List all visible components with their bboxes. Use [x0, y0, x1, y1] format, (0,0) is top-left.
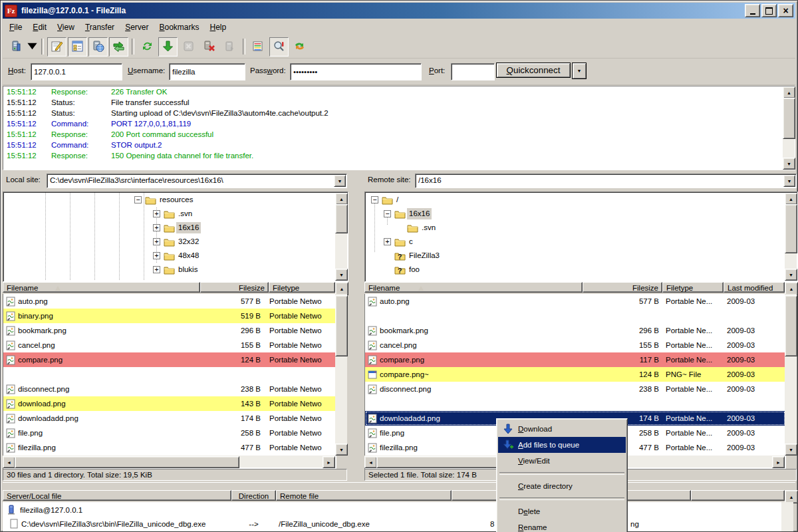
file-row[interactable]: download.png143 BPortable Netwo	[3, 396, 336, 411]
local-list-hscrollbar[interactable]: ◄ ►	[3, 456, 335, 467]
process-queue-button[interactable]	[158, 37, 178, 57]
file-row[interactable]	[365, 309, 785, 323]
scroll-up-icon[interactable]: ▲	[785, 282, 798, 295]
tree-node[interactable]: foo	[407, 264, 422, 275]
tree-node[interactable]: 16x16	[407, 208, 432, 219]
file-row[interactable]: compare.png124 BPortable Netwo	[3, 352, 336, 367]
tree-node[interactable]: 48x48	[176, 250, 201, 261]
file-row[interactable]: bookmark.png296 BPortable Ne...2009-03	[365, 323, 785, 338]
tree-node[interactable]: blukis	[176, 264, 200, 275]
site-manager-button[interactable]	[6, 37, 25, 57]
tree-expander[interactable]: −	[384, 210, 391, 217]
file-row[interactable]: downloadadd.png174 BPortable Netwo	[3, 411, 336, 426]
menu-view[interactable]: View	[52, 21, 80, 33]
tree-node[interactable]: resources	[158, 194, 196, 205]
remote-list-scrollbar[interactable]: ▼	[785, 294, 797, 456]
menu-edit[interactable]: Edit	[27, 21, 52, 33]
tree-expander[interactable]: +	[153, 252, 160, 259]
file-row[interactable]: cancel.png155 BPortable Netwo	[3, 338, 336, 352]
transfer-queue-button[interactable]	[109, 37, 128, 57]
tree-node[interactable]: 16x16	[176, 222, 201, 233]
tree-expander[interactable]: +	[153, 224, 160, 231]
scroll-down-icon[interactable]: ▼	[335, 269, 348, 281]
column-header-filename[interactable]: Filename	[3, 282, 200, 293]
disconnect-button[interactable]	[200, 37, 219, 57]
port-input[interactable]	[451, 63, 495, 80]
context-menu-item-create-directory[interactable]: Create directory	[498, 478, 626, 494]
scroll-left-icon[interactable]: ◄	[3, 456, 15, 468]
context-menu-item-add-files-to-queue[interactable]: Add files to queue	[498, 437, 626, 453]
menu-server[interactable]: Server	[120, 21, 154, 33]
quickconnect-dropdown-button[interactable]: ▼	[572, 63, 587, 79]
directory-filter-button[interactable]	[249, 37, 268, 57]
tree-node[interactable]: .svn	[176, 208, 194, 219]
refresh-button[interactable]	[138, 37, 157, 57]
local-list-scrollbar-thumb[interactable]	[335, 295, 348, 356]
file-row[interactable]: filezilla.png477 BPortable Netwo	[3, 440, 336, 455]
scroll-left-icon[interactable]: ◄	[364, 456, 377, 468]
column-header-server-local-file[interactable]: Server/Local file	[3, 490, 231, 501]
menu-transfer[interactable]: Transfer	[80, 21, 120, 33]
minimize-button[interactable]	[745, 4, 760, 17]
queue-file-row[interactable]: C:\dev\svn\FileZilla3\src\bin\FileZilla_…	[3, 517, 767, 531]
tree-expander[interactable]: +	[153, 266, 160, 273]
maximize-button[interactable]	[761, 4, 777, 17]
local-site-combo[interactable]: C:\dev\svn\FileZilla3\src\interface\reso…	[47, 174, 347, 188]
context-menu-item-download[interactable]: Download	[498, 421, 626, 437]
dropdown-arrow-button[interactable]	[27, 37, 38, 57]
file-row[interactable]: bookmark.png296 BPortable Netwo	[3, 323, 336, 338]
column-header-filesize[interactable]: Filesize	[200, 282, 269, 293]
scroll-right-icon[interactable]: ►	[772, 456, 785, 468]
scroll-up-icon[interactable]: ▲	[785, 490, 798, 503]
close-button[interactable]: ×	[778, 4, 793, 17]
column-header-filename[interactable]: Filename	[364, 282, 583, 293]
menu-bookmarks[interactable]: Bookmarks	[154, 21, 204, 33]
chevron-down-icon[interactable]: ▼	[783, 175, 795, 187]
tree-node[interactable]: c	[407, 236, 415, 247]
quickconnect-button[interactable]: Quickconnect	[496, 63, 571, 78]
log-scrollbar[interactable]: ▲ ▼	[783, 86, 795, 170]
reconnect-button[interactable]	[220, 37, 239, 57]
file-row[interactable]: auto.png577 BPortable Netwo	[3, 294, 336, 309]
column-header-remote-file[interactable]: Remote file	[276, 490, 452, 501]
queue-scrollbar[interactable]	[781, 502, 793, 531]
message-log-button[interactable]	[47, 37, 66, 57]
scroll-up-icon[interactable]: ▲	[335, 193, 348, 205]
scroll-down-icon[interactable]: ▼	[335, 444, 348, 456]
tree-expander[interactable]: −	[371, 196, 378, 203]
column-header-filesize[interactable]: Filesize	[583, 282, 662, 293]
column-header-filetype[interactable]: Filetype	[269, 282, 335, 293]
file-row[interactable]	[3, 367, 336, 382]
log-scrollbar-thumb[interactable]	[783, 98, 795, 139]
scroll-down-icon[interactable]: ▼	[785, 269, 797, 281]
tree-expander[interactable]: +	[384, 238, 391, 245]
scroll-up-icon[interactable]: ▲	[335, 282, 348, 295]
local-tree-scrollbar[interactable]: ▲ ▼	[335, 193, 347, 281]
context-menu-item-rename[interactable]: Rename	[498, 519, 626, 532]
file-row[interactable]: disconnect.png238 BPortable Netwo	[3, 382, 336, 396]
menu-file[interactable]: File	[4, 21, 27, 33]
username-input[interactable]	[169, 63, 245, 80]
scroll-right-icon[interactable]: ►	[323, 456, 335, 468]
remote-tree-scrollbar[interactable]: ▲ ▼	[785, 193, 797, 281]
tree-node[interactable]: .svn	[420, 222, 438, 233]
tree-node[interactable]: 32x32	[176, 236, 201, 247]
tree-node[interactable]: /	[394, 194, 400, 205]
context-menu-item-delete[interactable]: Delete	[498, 503, 626, 519]
file-row[interactable]: file.png258 BPortable Netwo	[3, 426, 336, 440]
tree-node[interactable]: FileZilla3	[407, 250, 442, 261]
remote-list-scrollbar-thumb[interactable]	[785, 295, 797, 356]
remote-tree-scrollbar-thumb[interactable]	[785, 204, 797, 253]
file-row[interactable]	[365, 396, 785, 411]
queue-server-row[interactable]: filezilla@127.0.0.1	[3, 503, 767, 517]
tree-expander[interactable]: +	[153, 210, 160, 217]
remote-site-combo[interactable]: /16x16 ▼	[415, 174, 797, 188]
file-row[interactable]: compare.png~124 BPNG~ File2009-03	[365, 367, 785, 382]
chevron-down-icon[interactable]: ▼	[334, 175, 346, 187]
file-row[interactable]: disconnect.png238 BPortable Ne...2009-03	[365, 382, 785, 396]
password-input[interactable]	[290, 63, 422, 80]
tree-expander[interactable]: −	[134, 196, 142, 203]
scroll-down-icon[interactable]: ▼	[783, 158, 795, 170]
scroll-down-icon[interactable]: ▼	[785, 444, 797, 456]
column-header-direction[interactable]: Direction	[231, 490, 276, 501]
